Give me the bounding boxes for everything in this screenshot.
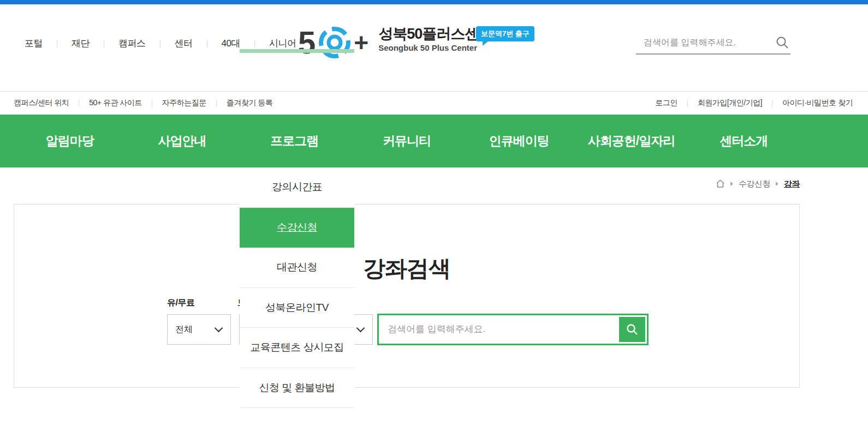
main-nav-incubating[interactable]: 인큐베이팅	[463, 115, 575, 167]
main-nav-social-jobs[interactable]: 사회공헌/일자리	[575, 115, 688, 167]
utility-faq[interactable]: 자주하는질문	[162, 98, 206, 108]
divider	[104, 40, 104, 47]
top-accent-bar	[0, 0, 868, 4]
top-nav-senior[interactable]: 시니어	[269, 37, 296, 50]
course-search-button[interactable]	[619, 317, 645, 342]
utility-find-id-password[interactable]: 아이디·비밀번호 찾기	[782, 98, 853, 108]
utility-related-sites[interactable]: 50+ 유관 사이트	[89, 98, 142, 108]
divider	[687, 100, 688, 106]
breadcrumb-current: 강좌	[784, 179, 800, 189]
main-nav-business[interactable]: 사업안내	[126, 115, 239, 167]
top-nav-portal[interactable]: 포털	[25, 37, 43, 50]
breadcrumb-arrow-icon	[776, 182, 778, 186]
site-logo[interactable]: 5 + 성북50플러스센터 Seongbuk 50 Plus Center	[298, 21, 493, 64]
divider	[207, 40, 207, 47]
main-nav-notice[interactable]: 알림마당	[14, 115, 126, 167]
utility-bar: 캠퍼스/센터 위치 50+ 유관 사이트 자주하는질문 즐겨찾기 등록 로그인 …	[0, 91, 868, 115]
divider	[254, 40, 255, 47]
chevron-down-icon	[215, 324, 223, 333]
station-exit-badge: 보문역7번 출구	[476, 26, 534, 41]
fee-select[interactable]: 전체	[167, 314, 231, 345]
logo-number: 5	[298, 21, 316, 64]
page-title: 강좌검색	[14, 254, 799, 284]
chevron-down-icon	[356, 324, 365, 333]
utility-right: 로그인 회원가입[개인/기업] 아이디·비밀번호 찾기	[655, 98, 853, 108]
logo-plus: +	[354, 22, 368, 63]
dropdown-item-course-apply[interactable]: 수강신청	[240, 208, 354, 248]
main-nav-program[interactable]: 프로그램	[238, 115, 350, 167]
home-icon[interactable]	[716, 179, 725, 188]
page: 포털 재단 캠퍼스 센터 40대 시니어 5 + 성북50플러스센터 Seong…	[0, 0, 868, 432]
dropdown-item-edu-contents[interactable]: 교육콘텐츠 상시모집	[240, 328, 354, 368]
divider	[160, 40, 160, 47]
fee-select-value: 전체	[168, 324, 216, 335]
main-nav-community[interactable]: 커뮤니티	[350, 115, 463, 167]
search-icon[interactable]	[775, 35, 789, 50]
logo-circle-icon	[318, 26, 352, 59]
utility-left: 캠퍼스/센터 위치 50+ 유관 사이트 자주하는질문 즐겨찾기 등록	[14, 98, 272, 108]
header-top-nav: 포털 재단 캠퍼스 센터 40대 시니어	[25, 37, 296, 50]
dropdown-item-rental[interactable]: 대관신청	[240, 248, 354, 288]
utility-login[interactable]: 로그인	[655, 98, 677, 108]
main-nav-about[interactable]: 센터소개	[687, 115, 800, 167]
breadcrumb: 수강신청 강좌	[691, 178, 800, 190]
divider	[772, 100, 772, 106]
top-nav-foundation[interactable]: 재단	[72, 37, 90, 50]
program-dropdown-menu: 강의시간표 수강신청 대관신청 성북온라인TV 교육콘텐츠 상시모집 신청 및 …	[240, 167, 354, 408]
breadcrumb-apply[interactable]: 수강신청	[739, 179, 770, 189]
logo-subtitle: Seongbuk 50 Plus Center	[378, 43, 493, 53]
search-icon	[626, 323, 639, 336]
course-search-panel: 강좌검색 유/무료 전체 모집상태	[14, 204, 800, 388]
main-nav-items: 알림마당 사업안내 프로그램 커뮤니티 인큐베이팅 사회공헌/일자리 센터소개	[14, 115, 800, 167]
dropdown-item-online-tv[interactable]: 성북온라인TV	[240, 288, 354, 328]
top-nav-center[interactable]: 센터	[175, 37, 193, 50]
logo-mark: 5 +	[298, 21, 368, 64]
header-search	[636, 32, 790, 55]
course-search-field	[377, 314, 649, 345]
divider	[152, 100, 152, 106]
main-nav-active-strip	[240, 49, 354, 53]
main-nav: 알림마당 사업안내 프로그램 커뮤니티 인큐베이팅 사회공헌/일자리 센터소개	[0, 115, 868, 167]
top-nav-campus[interactable]: 캠퍼스	[118, 37, 146, 50]
top-nav-40s[interactable]: 40대	[222, 37, 240, 50]
header-search-input[interactable]	[636, 38, 775, 47]
dropdown-item-refund[interactable]: 신청 및 환불방법	[240, 368, 354, 409]
divider	[216, 100, 217, 106]
dropdown-item-timetable[interactable]: 강의시간표	[240, 167, 354, 208]
utility-signup[interactable]: 회원가입[개인/기업]	[698, 98, 762, 108]
divider	[79, 100, 79, 106]
course-search-input[interactable]	[379, 324, 619, 335]
fee-label: 유/무료	[167, 297, 194, 309]
utility-bookmark[interactable]: 즐겨찾기 등록	[227, 98, 272, 108]
divider	[57, 40, 57, 47]
utility-location[interactable]: 캠퍼스/센터 위치	[14, 98, 69, 108]
breadcrumb-arrow-icon	[730, 182, 733, 186]
